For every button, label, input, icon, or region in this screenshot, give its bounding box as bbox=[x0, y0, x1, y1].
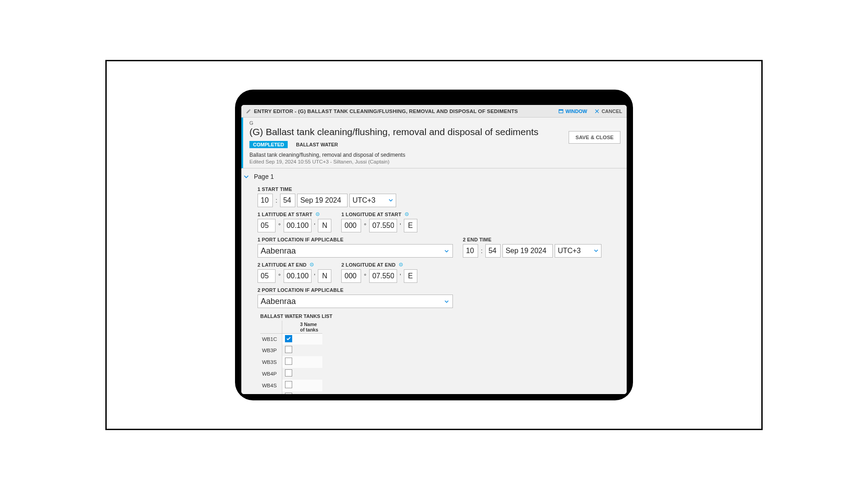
table-row: WB3S bbox=[260, 356, 322, 368]
lat-start-min[interactable] bbox=[284, 219, 312, 232]
min-symbol: ' bbox=[399, 219, 402, 232]
port1-input[interactable] bbox=[258, 244, 453, 258]
start-date-input[interactable] bbox=[297, 194, 348, 207]
edited-meta: Edited Sep 19, 2024 10:55 UTC+3 - Siltan… bbox=[249, 159, 620, 164]
lat-start-hemi[interactable] bbox=[318, 219, 331, 232]
save-close-button[interactable]: SAVE & CLOSE bbox=[569, 131, 620, 144]
lon-start-hemi[interactable] bbox=[404, 219, 417, 232]
end-tz-input[interactable] bbox=[555, 244, 601, 258]
start-tz-input[interactable] bbox=[349, 194, 396, 207]
lon-end-min[interactable] bbox=[369, 269, 397, 283]
tank-checkbox-cell bbox=[282, 368, 322, 380]
category-badge: BALLAST WATER bbox=[293, 141, 342, 148]
table-row: WB5P bbox=[260, 391, 322, 394]
lon-start-deg[interactable] bbox=[341, 219, 361, 232]
tank-checkbox-cell bbox=[282, 391, 322, 394]
time-colon: : bbox=[480, 244, 484, 258]
window-button[interactable]: WINDOW bbox=[558, 109, 587, 114]
deg-symbol: ° bbox=[277, 219, 282, 232]
gps-icon bbox=[404, 212, 409, 217]
label-lon-end: 2 LONGITUDE AT END bbox=[341, 262, 417, 268]
lon-end-hemi[interactable] bbox=[404, 269, 417, 283]
gps-icon bbox=[398, 262, 403, 267]
lat-end-hemi[interactable] bbox=[318, 269, 331, 283]
lat-start-deg[interactable] bbox=[258, 219, 276, 232]
start-minute-input[interactable] bbox=[280, 194, 295, 207]
tablet-device: ENTRY EDITOR - (G) BALLAST TANK CLEANING… bbox=[235, 90, 633, 400]
tank-checkbox[interactable] bbox=[285, 358, 292, 365]
tank-checkbox[interactable] bbox=[285, 381, 292, 388]
end-minute-input[interactable] bbox=[485, 244, 501, 258]
svg-rect-1 bbox=[559, 109, 563, 110]
lat-end-min[interactable] bbox=[284, 269, 312, 283]
tank-name: WB3P bbox=[260, 345, 282, 356]
table-row: WB1C bbox=[260, 334, 322, 345]
status-badge-completed: COMPLETED bbox=[249, 141, 288, 148]
tank-name: WB3S bbox=[260, 356, 282, 368]
table-row: WB4P bbox=[260, 368, 322, 380]
section-title: Page 1 bbox=[254, 173, 274, 180]
svg-point-7 bbox=[312, 264, 312, 265]
gps-icon bbox=[315, 212, 320, 217]
start-hour-input[interactable] bbox=[258, 194, 273, 207]
tank-checkbox[interactable] bbox=[285, 369, 292, 377]
tank-checkbox-cell bbox=[282, 345, 322, 356]
tank-name: WB5P bbox=[260, 391, 282, 394]
cancel-button-label: CANCEL bbox=[601, 109, 622, 114]
tanks-col-header: 3 Name of tanks bbox=[282, 321, 322, 334]
window-icon bbox=[558, 109, 564, 114]
label-end-time: 2 END TIME bbox=[463, 237, 601, 242]
tank-name: WB4S bbox=[260, 380, 282, 391]
time-colon: : bbox=[275, 194, 278, 207]
lat-start-group: ° ' bbox=[258, 219, 331, 232]
tank-checkbox-cell bbox=[282, 356, 322, 368]
form-scroll-area[interactable]: Page 1 1 START TIME : 1 LATITUDE AT STAR… bbox=[241, 168, 627, 394]
section-header[interactable]: Page 1 bbox=[241, 171, 620, 182]
tank-checkbox-cell bbox=[282, 380, 322, 391]
port1-select[interactable] bbox=[258, 244, 453, 258]
end-hour-input[interactable] bbox=[463, 244, 478, 258]
lat-end-group: ° ' bbox=[258, 269, 331, 283]
label-lat-start: 1 LATITUDE AT START bbox=[258, 212, 331, 217]
close-icon bbox=[594, 109, 600, 114]
table-row: WB4S bbox=[260, 380, 322, 391]
app-screen: ENTRY EDITOR - (G) BALLAST TANK CLEANING… bbox=[241, 105, 627, 394]
breadcrumb: G bbox=[249, 120, 620, 126]
deg-symbol: ° bbox=[363, 219, 367, 232]
tank-checkbox[interactable] bbox=[285, 346, 292, 353]
lon-start-min[interactable] bbox=[369, 219, 397, 232]
label-start-time: 1 START TIME bbox=[258, 186, 620, 192]
end-tz-select[interactable] bbox=[555, 244, 601, 258]
lon-start-group: ° ' bbox=[341, 219, 417, 232]
end-date-input[interactable] bbox=[502, 244, 553, 258]
label-port1: 1 PORT LOCATION IF APPLICABLE bbox=[258, 237, 453, 242]
label-lat-end: 2 LATITUDE AT END bbox=[258, 262, 331, 268]
min-symbol: ' bbox=[399, 269, 402, 283]
port2-select[interactable] bbox=[258, 295, 453, 308]
tank-name: WB4P bbox=[260, 368, 282, 380]
min-symbol: ' bbox=[313, 269, 316, 283]
tank-checkbox-cell bbox=[282, 334, 322, 345]
start-time-group: : bbox=[258, 194, 620, 207]
min-symbol: ' bbox=[313, 219, 316, 232]
cancel-button[interactable]: CANCEL bbox=[594, 109, 622, 114]
tank-checkbox[interactable] bbox=[285, 335, 292, 342]
tank-checkbox[interactable] bbox=[285, 393, 292, 394]
entry-header: G (G) Ballast tank cleaning/flushing, re… bbox=[241, 118, 627, 168]
tanks-table: 3 Name of tanks WB1CWB3PWB3SWB4PWB4SWB5P bbox=[260, 321, 322, 394]
lon-end-deg[interactable] bbox=[341, 269, 361, 283]
table-row: WB3P bbox=[260, 345, 322, 356]
port2-input[interactable] bbox=[258, 295, 453, 308]
label-tanks-list: BALLAST WATER TANKS LIST bbox=[260, 313, 620, 319]
window-titlebar: ENTRY EDITOR - (G) BALLAST TANK CLEANING… bbox=[241, 105, 627, 118]
label-port2: 2 PORT LOCATION IF APPLICABLE bbox=[258, 287, 620, 293]
outer-frame: ENTRY EDITOR - (G) BALLAST TANK CLEANING… bbox=[105, 60, 763, 430]
end-time-group: : bbox=[463, 244, 601, 258]
deg-symbol: ° bbox=[277, 269, 282, 283]
window-title: ENTRY EDITOR - (G) BALLAST TANK CLEANING… bbox=[254, 109, 551, 114]
svg-point-9 bbox=[400, 264, 401, 265]
label-lon-start: 1 LONGITUDE AT START bbox=[341, 212, 417, 217]
lat-end-deg[interactable] bbox=[258, 269, 276, 283]
start-tz-select[interactable] bbox=[349, 194, 396, 207]
pencil-icon bbox=[246, 109, 251, 114]
